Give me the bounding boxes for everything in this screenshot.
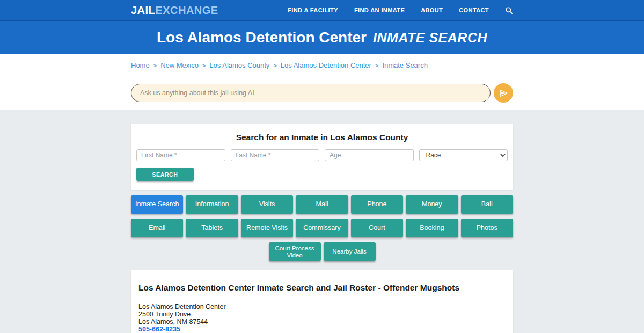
breadcrumb: Home > New Mexico > Los Alamos County > … (131, 61, 513, 69)
page-title-banner: Los Alamos Detention Center INMATE SEARC… (0, 20, 644, 54)
jail-section-buttons: Inmate Search Information Visits Mail Ph… (131, 195, 513, 261)
tab-court-process-video[interactable]: Court Process Video (269, 242, 321, 261)
tab-court[interactable]: Court (351, 219, 403, 237)
nav-find-a-facility[interactable]: FIND A FACILITY (288, 7, 338, 13)
breadcrumb-inmate-search[interactable]: Inmate Search (382, 61, 428, 69)
first-name-input[interactable] (136, 149, 225, 161)
breadcrumb-separator: > (375, 62, 378, 69)
tab-inmate-search[interactable]: Inmate Search (131, 195, 183, 214)
tab-remote-visits[interactable]: Remote Visits (241, 219, 293, 237)
tab-commissary[interactable]: Commissary (296, 219, 348, 237)
breadcrumb-facility[interactable]: Los Alamos Detention Center (281, 61, 371, 69)
tab-visits[interactable]: Visits (241, 195, 293, 214)
last-name-input[interactable] (231, 149, 320, 161)
page-title: Los Alamos Detention Center (157, 29, 367, 46)
age-input[interactable] (325, 149, 414, 161)
logo-text-primary: JAIL (131, 4, 155, 16)
nav-about[interactable]: ABOUT (421, 7, 443, 13)
breadcrumb-home[interactable]: Home (131, 61, 150, 69)
tab-bail[interactable]: Bail (461, 195, 513, 214)
ai-search-bar (131, 83, 513, 103)
tab-nearby-jails[interactable]: Nearby Jails (324, 242, 376, 261)
address-line: Los Alamos, NM 87544 (138, 318, 506, 326)
nav-contact[interactable]: CONTACT (459, 7, 489, 13)
tab-email[interactable]: Email (131, 219, 183, 237)
nav-find-an-inmate[interactable]: FIND AN INMATE (354, 7, 405, 13)
breadcrumb-separator: > (273, 62, 276, 69)
breadcrumb-los-alamos-county[interactable]: Los Alamos County (209, 61, 269, 69)
race-select[interactable]: Race (419, 149, 508, 161)
breadcrumb-section: Home > New Mexico > Los Alamos County > … (0, 54, 644, 110)
tab-tablets[interactable]: Tablets (186, 219, 238, 237)
logo-text-secondary: EXCHANGE (155, 4, 218, 16)
address-line: 2500 Trinity Drive (138, 311, 506, 318)
search-icon[interactable] (505, 6, 513, 15)
paper-plane-icon (499, 89, 508, 98)
tab-booking[interactable]: Booking (406, 219, 458, 237)
address-line: Los Alamos Detention Center (138, 303, 506, 311)
top-nav-links: FIND A FACILITY FIND AN INMATE ABOUT CON… (288, 6, 513, 15)
jailexchange-logo[interactable]: JAILEXCHANGE (131, 4, 218, 17)
facility-info-card: Los Alamos Detention Center Inmate Searc… (131, 270, 513, 333)
tab-money[interactable]: Money (406, 195, 458, 214)
main-content: Search for an Inmate in Los Alamos Count… (0, 110, 644, 333)
facility-address: Los Alamos Detention Center 2500 Trinity… (138, 303, 506, 333)
ai-question-input[interactable] (131, 84, 491, 102)
inmate-search-form-card: Search for an Inmate in Los Alamos Count… (131, 124, 513, 190)
facility-info-title: Los Alamos Detention Center Inmate Searc… (138, 283, 506, 293)
breadcrumb-separator: > (202, 62, 206, 69)
tab-information[interactable]: Information (186, 195, 238, 214)
top-nav-bar: JAILEXCHANGE FIND A FACILITY FIND AN INM… (0, 0, 644, 20)
page-subtitle: INMATE SEARCH (373, 30, 487, 46)
tab-mail[interactable]: Mail (296, 195, 348, 214)
tab-photos[interactable]: Photos (461, 219, 513, 237)
search-button[interactable]: SEARCH (136, 168, 194, 181)
breadcrumb-new-mexico[interactable]: New Mexico (160, 61, 199, 69)
tab-phone[interactable]: Phone (351, 195, 403, 214)
form-title: Search for an Inmate in Los Alamos Count… (136, 133, 508, 142)
phone-link[interactable]: 505-662-8235 (138, 325, 180, 333)
breadcrumb-separator: > (153, 62, 157, 69)
ai-send-button[interactable] (494, 83, 513, 103)
